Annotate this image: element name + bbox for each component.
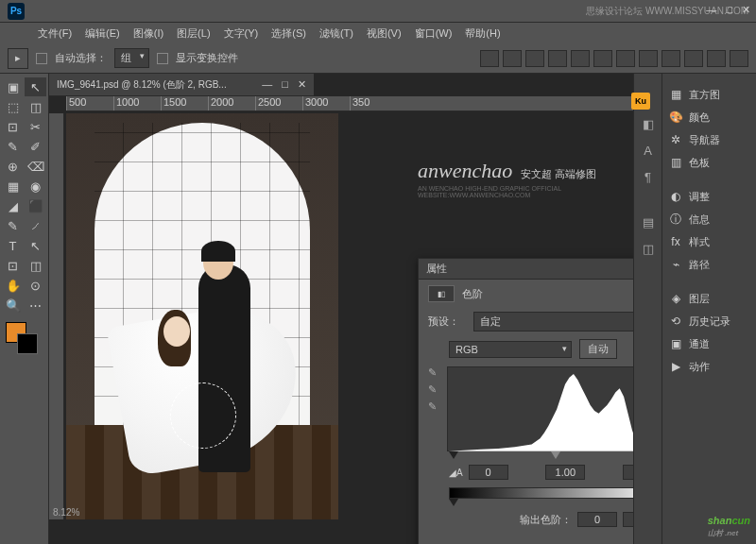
input-slider[interactable] [449,451,633,461]
tool-button[interactable]: ⌫ [25,157,46,176]
tool-button[interactable]: ↖ [25,236,46,255]
tool-button[interactable]: ⬛ [25,196,46,215]
panel-tab[interactable]: ▶动作 [662,355,756,378]
canvas[interactable] [66,113,338,519]
tool-button[interactable]: ⊡ [2,256,24,275]
menu-item[interactable]: 滤镜(T) [314,25,359,42]
panel-tab[interactable]: fx样式 [662,230,756,253]
output-white-input[interactable]: 255 [623,512,633,527]
collapsed-icon[interactable]: ◧ [634,111,662,136]
white-input[interactable]: 232 [623,465,633,480]
menu-item[interactable]: 文字(Y) [218,25,265,42]
align-icon[interactable] [639,50,658,67]
current-tool-icon[interactable]: ▸ [8,48,28,69]
background-swatch[interactable] [17,333,38,354]
panel-tab[interactable]: ⓘ信息 [662,208,756,230]
align-icon[interactable] [684,50,703,67]
panel-tab[interactable]: ◐调整 [662,185,756,208]
preset-select[interactable]: 自定 [473,312,633,332]
tool-button[interactable]: ▦ [2,177,24,196]
collapsed-icon[interactable]: A [634,138,662,162]
align-icon[interactable] [480,50,499,67]
auto-select-checkbox[interactable] [36,53,47,64]
tool-button[interactable]: ⊙ [25,276,46,295]
auto-select-label: 自动选择： [55,51,107,65]
menu-item[interactable]: 编辑(E) [79,25,126,42]
show-transform-checkbox[interactable] [157,53,168,64]
collapsed-icon[interactable]: ▤ [634,210,662,234]
doc-maximize-icon[interactable]: □ [282,78,288,91]
tool-button[interactable]: ✐ [25,137,46,156]
tool-button[interactable]: ↖ [25,77,46,96]
tool-button[interactable]: ⊕ [2,157,24,176]
doc-minimize-icon[interactable]: — [262,78,272,91]
tool-button[interactable]: 🔍 [2,296,24,314]
panel-tab[interactable]: ▥色板 [662,151,756,174]
align-icon[interactable] [503,50,522,67]
menu-item[interactable]: 视图(V) [361,25,407,42]
gray-eyedropper-icon[interactable]: ✎ [428,383,443,397]
options-bar: ▸ 自动选择： 组 显示变换控件 [0,43,756,74]
tool-button[interactable]: ◉ [25,177,46,196]
output-slider[interactable] [449,499,633,508]
tool-button[interactable]: ✋ [2,276,24,295]
panel-tab[interactable]: ◈图层 [662,287,756,310]
menu-item[interactable]: 帮助(H) [459,25,506,42]
mid-input[interactable]: 1.00 [545,465,585,480]
align-icon[interactable] [593,50,612,67]
auto-select-mode[interactable]: 组 [114,48,149,68]
align-icon[interactable] [662,50,680,67]
tool-button[interactable]: ▣ [2,77,24,96]
channel-select[interactable]: RGB [449,341,572,358]
menu-item[interactable]: 文件(F) [32,25,77,42]
panel-label: 通道 [689,337,710,351]
minimize-icon[interactable]: — [706,4,716,16]
align-icon[interactable] [707,50,726,67]
auto-button[interactable]: 自动 [579,339,617,359]
panel-tab[interactable]: ✲导航器 [662,128,756,151]
tool-button[interactable]: ◫ [25,256,46,275]
menu-item[interactable]: 图像(I) [128,25,169,42]
output-black-input[interactable]: 0 [577,512,617,527]
align-icon[interactable] [616,50,635,67]
tool-button[interactable]: ⬚ [2,97,24,116]
close-icon[interactable]: ✕ [742,4,750,16]
tool-button[interactable]: ◫ [25,97,46,116]
align-icon[interactable] [525,50,544,67]
menubar: 文件(F)编辑(E)图像(I)图层(L)文字(Y)选择(S)滤镜(T)视图(V)… [0,23,756,43]
collapsed-icon[interactable]: ¶ [634,164,662,189]
align-icon[interactable] [571,50,590,67]
tool-button[interactable]: ✎ [2,137,24,156]
tool-button[interactable]: T [2,236,24,255]
black-point-handle[interactable] [449,451,458,459]
doc-close-icon[interactable]: ✕ [298,78,306,91]
panel-label: 图层 [689,292,710,306]
align-icon[interactable] [548,50,567,67]
collapsed-icon[interactable]: ◫ [634,236,662,261]
black-input[interactable]: 0 [469,465,508,480]
align-icon[interactable] [730,50,748,67]
menu-item[interactable]: 窗口(W) [409,25,458,42]
tool-button[interactable]: ✂ [25,117,46,136]
tool-button[interactable]: ◢ [2,196,24,215]
output-black-handle[interactable] [449,499,458,506]
white-eyedropper-icon[interactable]: ✎ [428,400,443,414]
maximize-icon[interactable]: □ [726,4,732,16]
panel-tab[interactable]: ▣通道 [662,332,756,355]
menu-item[interactable]: 选择(S) [266,25,312,42]
document-tab[interactable]: IMG_9641.psd @ 8.12% (色阶 2, RGB... — □ ✕ [49,74,314,96]
panel-tab[interactable]: ⟲历史记录 [662,310,756,332]
tool-button[interactable]: ⟋ [25,216,46,235]
panel-tab[interactable]: 🎨颜色 [662,106,756,128]
tool-button[interactable]: ✎ [2,216,24,235]
adjustment-type: 色阶 [462,287,483,301]
panel-tab[interactable]: ▦直方图 [662,83,756,106]
tool-button[interactable]: ⊡ [2,117,24,136]
mid-point-handle[interactable] [551,451,560,459]
properties-titlebar[interactable]: 属性 ▸|▾≡ [419,259,633,280]
tool-button[interactable]: ⋯ [25,296,46,314]
ruler-vertical [49,113,64,519]
black-eyedropper-icon[interactable]: ✎ [428,366,443,380]
menu-item[interactable]: 图层(L) [171,25,215,42]
panel-tab[interactable]: ⌁路径 [662,253,756,276]
